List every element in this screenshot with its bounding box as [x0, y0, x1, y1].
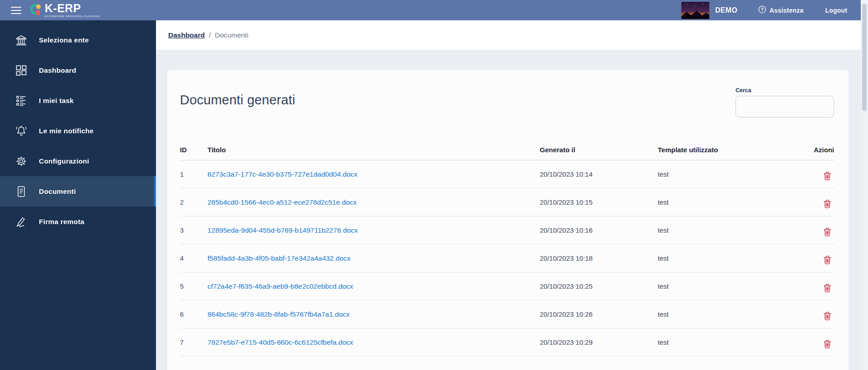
table-row: 5cf72a4e7-f635-46a9-aeb9-b8e2c02ebbcd.do… [180, 272, 834, 300]
cell-title: 864bc58c-9f78-482b-8fab-f5767fb4a7a1.doc… [208, 300, 540, 328]
sidebar-item-label: Configurazioni [39, 157, 89, 165]
cell-id: 2 [180, 188, 208, 216]
cell-id: 4 [180, 244, 208, 272]
cell-title: cf72a4e7-f635-46a9-aeb9-b8e2c02ebbcd.doc… [208, 272, 540, 300]
cell-template: test [658, 300, 809, 328]
delete-trash-icon[interactable] [823, 227, 831, 238]
cell-generated: 20/10/2023 10:16 [540, 216, 658, 244]
cell-id: 3 [180, 216, 208, 244]
sidebar-item-configurazioni[interactable]: Configurazioni [0, 146, 156, 176]
search-input[interactable] [736, 96, 834, 117]
sidebar-item-label: Le mie notifiche [39, 127, 94, 135]
cell-template: test [658, 216, 809, 244]
user-avatar[interactable] [681, 2, 709, 19]
cell-generated: 20/10/2023 10:25 [540, 272, 658, 300]
page-title: Documenti generati [180, 93, 295, 108]
sidebar-item-i-miei-task[interactable]: I miei task [0, 85, 156, 116]
vertical-scrollbar[interactable] [861, 0, 868, 370]
cell-id: 1 [180, 160, 208, 188]
sidebar-item-dashboard[interactable]: Dashboard [0, 55, 156, 85]
cell-id: 5 [180, 272, 208, 300]
cell-id: 7 [180, 328, 208, 356]
logo-tagline: ENTERPRISE RESOURCE PLANNING [45, 15, 100, 18]
cell-generated: 20/10/2023 10:29 [540, 328, 658, 356]
sidebar-item-label: Firma remota [39, 218, 85, 226]
delete-trash-icon[interactable] [823, 199, 831, 210]
cell-template: test [658, 244, 809, 272]
svg-text:?: ? [761, 7, 764, 12]
sidebar-item-label: Dashboard [39, 66, 76, 75]
delete-trash-icon[interactable] [823, 339, 831, 350]
cell-template: test [658, 160, 809, 188]
cell-title: 12895eda-9d04-455d-b769-b149711b2276.doc… [208, 216, 540, 244]
dashboard-icon [15, 65, 28, 76]
document-link[interactable]: 7827e5b7-e715-40d5-860c-6c6125cfbefa.doc… [208, 338, 353, 346]
table-row: 4f585fadd-4a3b-4f05-babf-17e342a4a432.do… [180, 244, 834, 272]
document-link[interactable]: 6273c3a7-177c-4e30-b375-727e1dad0d04.doc… [208, 170, 358, 178]
sidebar-item-firma-remota[interactable]: Firma remota [0, 206, 156, 237]
breadcrumb-separator: / [209, 31, 211, 39]
cell-id: 6 [180, 300, 208, 328]
column-header-generato-il: Generato il [540, 146, 658, 160]
column-header-id: ID [180, 146, 208, 160]
breadcrumb-current: Documenti [215, 31, 248, 39]
cell-generated: 20/10/2023 10:15 [540, 188, 658, 216]
app-logo[interactable]: K-ERP ENTERPRISE RESOURCE PLANNING [30, 2, 100, 19]
table-row: 6864bc58c-9f78-482b-8fab-f5767fb4a7a1.do… [180, 300, 834, 328]
logout-button[interactable]: Logout [825, 7, 847, 14]
cell-generated: 20/10/2023 10:26 [540, 300, 658, 328]
logo-mark-icon [30, 2, 42, 19]
cell-title: f585fadd-4a3b-4f05-babf-17e342a4a432.doc… [208, 244, 540, 272]
cell-title: 7827e5b7-e715-40d5-860c-6c6125cfbefa.doc… [208, 328, 540, 356]
main-content: Documenti generati Cerca ID Titolo Gener… [156, 50, 868, 370]
cell-template: test [658, 188, 809, 216]
delete-trash-icon[interactable] [823, 283, 831, 294]
cell-title: 6273c3a7-177c-4e30-b375-727e1dad0d04.doc… [208, 160, 540, 188]
sidebar-item-label: Documenti [39, 187, 76, 196]
sidebar-item-documenti[interactable]: Documenti [0, 176, 156, 206]
documents-table-body: 16273c3a7-177c-4e30-b375-727e1dad0d04.do… [180, 160, 834, 356]
document-link[interactable]: cf72a4e7-f635-46a9-aeb9-b8e2c02ebbcd.doc… [208, 282, 353, 290]
cell-generated: 20/10/2023 10:18 [540, 244, 658, 272]
delete-trash-icon[interactable] [823, 255, 831, 266]
sidebar-nav: Seleziona ente Dashboard [0, 20, 156, 370]
sidebar-item-label: Seleziona ente [39, 36, 89, 44]
top-bar: K-ERP ENTERPRISE RESOURCE PLANNING [0, 0, 868, 20]
logo-title: K-ERP [45, 3, 100, 14]
column-header-template: Template utilizzato [658, 146, 809, 160]
sidebar-item-seleziona-ente[interactable]: Seleziona ente [0, 25, 156, 55]
table-row: 16273c3a7-177c-4e30-b375-727e1dad0d04.do… [180, 160, 834, 188]
document-link[interactable]: 12895eda-9d04-455d-b769-b149711b2276.doc… [208, 226, 358, 234]
breadcrumb: Dashboard / Documenti [156, 20, 861, 50]
cell-generated: 20/10/2023 10:14 [540, 160, 658, 188]
column-header-azioni: Azioni [809, 146, 834, 160]
tasks-icon [15, 95, 28, 106]
cell-template: test [658, 272, 809, 300]
documents-table: ID Titolo Generato il Template utilizzat… [180, 146, 834, 356]
column-header-titolo: Titolo [208, 146, 540, 160]
assistance-button[interactable]: ? Assistenza [758, 5, 803, 15]
document-icon [15, 186, 28, 197]
table-row: 77827e5b7-e715-40d5-860c-6c6125cfbefa.do… [180, 328, 834, 356]
document-link[interactable]: 864bc58c-9f78-482b-8fab-f5767fb4a7a1.doc… [208, 310, 350, 318]
signature-icon [15, 216, 28, 228]
breadcrumb-dashboard-link[interactable]: Dashboard [168, 31, 205, 39]
table-row: 2285b4cd0-1566-4ec0-a512-ece278d2c51e.do… [180, 188, 834, 216]
table-row: 312895eda-9d04-455d-b769-b149711b2276.do… [180, 216, 834, 244]
document-link[interactable]: f585fadd-4a3b-4f05-babf-17e342a4a432.doc… [208, 254, 350, 262]
sidebar-item-label: I miei task [39, 97, 74, 105]
sidebar-item-le-mie-notifiche[interactable]: Le mie notifiche [0, 116, 156, 146]
gear-icon [15, 155, 28, 167]
user-name[interactable]: DEMO [715, 6, 737, 14]
assistance-label: Assistenza [769, 7, 803, 14]
cell-template: test [658, 328, 809, 356]
documents-card: Documenti generati Cerca ID Titolo Gener… [167, 70, 849, 370]
scrollbar-thumb[interactable] [862, 4, 867, 111]
cell-title: 285b4cd0-1566-4ec0-a512-ece278d2c51e.doc… [208, 188, 540, 216]
bank-icon [15, 34, 28, 46]
delete-trash-icon[interactable] [823, 171, 831, 182]
bell-icon [15, 125, 28, 137]
hamburger-menu-icon[interactable] [11, 5, 21, 16]
delete-trash-icon[interactable] [823, 311, 831, 322]
document-link[interactable]: 285b4cd0-1566-4ec0-a512-ece278d2c51e.doc… [208, 198, 357, 206]
